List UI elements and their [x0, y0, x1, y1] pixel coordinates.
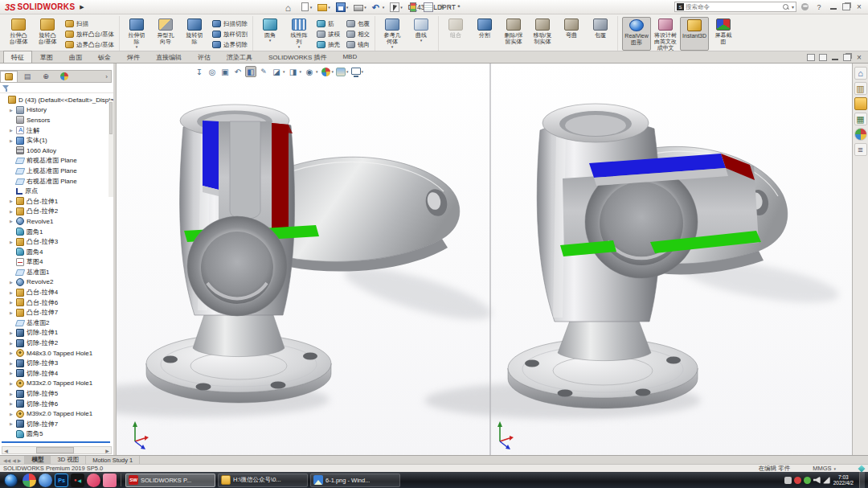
view-tool-button[interactable]: ▾ [194, 66, 205, 77]
view-tool-button[interactable]: ▾ [232, 66, 244, 77]
tree-item[interactable]: ▶ 凸台-拉伸6 [0, 297, 113, 308]
start-button[interactable] [4, 474, 18, 487]
rollback-bar[interactable] [2, 441, 110, 443]
tree-item[interactable]: ▶ 注解 [0, 125, 113, 136]
tab-scroll-prev-icon[interactable]: ◀ [12, 457, 16, 463]
tree-item[interactable]: ▶ 切除-拉伸4 [0, 368, 113, 379]
ribbon-tab[interactable]: 曲面 [61, 51, 90, 63]
ribbon-button[interactable]: 拉伸凸 台/基体 ▾ [4, 17, 33, 51]
tree-expand-icon[interactable]: ▶ [10, 138, 16, 143]
quick-access-button[interactable]: ▾ [317, 2, 330, 11]
task-pane-tab[interactable] [854, 67, 867, 80]
ribbon-button[interactable]: 分割 ▾ [470, 17, 499, 51]
ribbon-button[interactable]: 参考几 何体 ▾ [378, 17, 407, 51]
scroll-left-icon[interactable]: ◀ [2, 448, 10, 453]
tree-item[interactable]: ▶ 草图4 [0, 257, 113, 268]
tree-item[interactable]: ▶ 凸台-拉伸3 [0, 236, 113, 247]
ribbon-button[interactable]: 圆角 ▾ [256, 17, 285, 51]
ribbon-button-small[interactable]: 扫描 [63, 18, 117, 29]
task-pane-tab[interactable] [854, 113, 867, 125]
task-pane-tab[interactable] [854, 128, 867, 141]
view-tool-button[interactable]: ▾ [245, 66, 256, 77]
ribbon-button-small[interactable]: 放样切割 [210, 29, 250, 39]
tree-item[interactable]: ▶ 基准面1 [0, 267, 113, 277]
ribbon-tab[interactable]: 特征 [3, 51, 32, 63]
login-user-icon[interactable] [801, 3, 809, 10]
show-desktop-button[interactable] [859, 472, 865, 488]
tree-item[interactable]: ▶ 切除-拉伸5 [0, 388, 113, 399]
ribbon-tab[interactable]: 渲染工具 [219, 51, 260, 63]
view-tool-button[interactable]: ▾ [271, 66, 286, 77]
ribbon-tab[interactable]: 评估 [190, 51, 219, 63]
tray-icon[interactable] [794, 477, 801, 484]
tree-item[interactable]: ▶ 实体(1) [0, 135, 113, 146]
taskbar-window-button[interactable]: SW SOLIDWORKS P... [125, 474, 215, 487]
ribbon-button[interactable]: 异型孔 向导 ▾ [151, 17, 180, 51]
ribbon-button[interactable]: 包覆 ▾ [586, 17, 615, 51]
document-tab[interactable]: Motion Study 1 [86, 456, 140, 464]
tree-expand-icon[interactable]: ▶ [10, 392, 16, 396]
view-tool-button[interactable]: ▾ [288, 66, 303, 77]
tree-item[interactable]: ▶ 切除-拉伸3 [0, 358, 113, 368]
quick-access-button[interactable]: ▾ [285, 2, 295, 12]
tree-item[interactable]: ▶ 凸台-拉伸1 [0, 196, 113, 207]
scroll-thumb[interactable] [36, 447, 74, 453]
view-tool-button[interactable]: ▾ [321, 68, 335, 76]
ribbon-button[interactable]: 移动/复 制实体 ▾ [528, 17, 557, 51]
document-tab[interactable]: 3D 视图 [51, 456, 86, 464]
search-input[interactable] [686, 3, 780, 10]
app-logo[interactable]: 3S SOLIDWORKS ▶ [0, 2, 84, 12]
taskbar-pinned-app[interactable] [23, 474, 36, 487]
tree-expand-icon[interactable]: ▶ [10, 290, 16, 295]
tree-item[interactable]: ▶ 上视基准面 Plane [0, 166, 113, 176]
ribbon-button-small[interactable]: 扫描切除 [210, 18, 250, 29]
document-tab[interactable]: 模型 [25, 456, 51, 464]
ribbon-button-small[interactable]: 放样凸台/基体 [63, 29, 117, 39]
tree-item[interactable]: ▶ History [0, 105, 113, 116]
taskbar-pinned-app[interactable] [71, 474, 84, 487]
tree-horizontal-scrollbar[interactable]: ◀ ▶ [2, 446, 112, 454]
feature-manager-tab[interactable] [18, 71, 36, 82]
ribbon-button[interactable]: 将设计树 由英文改 成中文 ▾ [651, 17, 680, 51]
tree-vertical-scrollbar[interactable] [108, 100, 113, 197]
quick-access-button[interactable]: ▾ [301, 2, 313, 11]
tree-item[interactable]: ▶ 切除-拉伸7 [0, 419, 113, 429]
tree-item[interactable]: ▶ Revolve2 [0, 277, 113, 288]
tree-item[interactable]: ▶ 圆角5 [0, 429, 113, 440]
tree-item[interactable]: ▶ 1060 Alloy [0, 146, 113, 156]
tree-expand-icon[interactable]: ▶ [10, 371, 16, 375]
quick-access-button[interactable]: ▾ [408, 2, 418, 12]
tree-item[interactable]: ▶ 凸台-拉伸7 [0, 307, 113, 318]
filter-funnel-icon[interactable] [2, 84, 10, 92]
search-magnifier-icon[interactable] [782, 3, 790, 11]
tab-scroll-first-icon[interactable]: ◀◀ [3, 457, 10, 463]
ribbon-button-small[interactable]: 筋 [314, 18, 342, 29]
tree-item[interactable]: ▶ M48x3.0 Tapped Hole1 [0, 348, 113, 359]
tags-gem-icon[interactable] [858, 465, 865, 472]
tree-expand-icon[interactable]: ▶ [10, 330, 16, 335]
tree-expand-icon[interactable]: ▶ [10, 240, 16, 244]
ribbon-button-small[interactable]: 镜向 [344, 39, 372, 50]
taskbar-pinned-app[interactable] [39, 474, 52, 487]
tree-item[interactable]: ▶ Sensors [0, 115, 113, 125]
taskbar-pinned-app[interactable]: Ps [55, 474, 68, 487]
view-tool-button[interactable]: ▾ [304, 66, 319, 77]
tree-item[interactable]: ▶ D (43) (Default<<Default>_Display S [0, 95, 113, 105]
tree-item[interactable]: ▶ 右视基准面 Plane [0, 176, 113, 187]
tree-item[interactable]: ▶ 圆角1 [0, 227, 113, 237]
ribbon-button[interactable]: 拉伸切 除 ▾ [122, 17, 151, 51]
view-tool-button[interactable]: ▾ [336, 68, 350, 76]
ribbon-button[interactable]: 弯曲 ▾ [557, 17, 586, 51]
tree-expand-icon[interactable]: ▶ [10, 199, 16, 203]
tree-expand-icon[interactable]: ▶ [10, 108, 16, 113]
ribbon-button[interactable]: Instant3D ▾ [680, 17, 709, 51]
ribbon-button[interactable]: 屏幕截 图 ▾ [709, 17, 738, 51]
ribbon-button[interactable]: 线性阵 列 ▾ [285, 17, 313, 51]
ribbon-button[interactable]: 组合 ▾ [441, 17, 470, 51]
tree-expand-icon[interactable]: ▶ [10, 341, 16, 346]
tray-icon[interactable] [823, 477, 830, 484]
task-pane-tab[interactable] [854, 97, 867, 110]
tree-item[interactable]: ▶ 切除-拉伸2 [0, 338, 113, 348]
tree-expand-icon[interactable]: ▶ [10, 128, 16, 133]
view-tool-button[interactable]: ▾ [207, 66, 218, 77]
